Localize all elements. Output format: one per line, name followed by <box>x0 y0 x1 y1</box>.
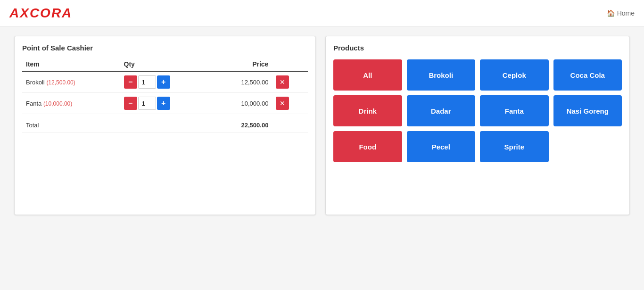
home-label: Home <box>617 9 635 17</box>
products-grid: AllBrokoliCeplokCoca ColaDrinkDadarFanta… <box>333 59 622 162</box>
item-name: Fanta <box>26 100 41 107</box>
product-button[interactable]: Brokoli <box>407 59 476 91</box>
product-button[interactable]: Food <box>333 131 402 162</box>
pos-table: Item Qty Price Brokoli (12,500.00) − + 1 <box>22 58 308 133</box>
remove-button[interactable]: ✕ <box>276 75 289 89</box>
product-button[interactable]: Pecel <box>407 131 476 162</box>
product-button[interactable]: All <box>333 59 402 91</box>
total-value: 22,500.00 <box>212 114 272 133</box>
qty-plus-button[interactable]: + <box>157 97 170 110</box>
pos-card: Point of Sale Cashier Item Qty Price Bro… <box>14 36 316 215</box>
qty-input[interactable] <box>138 97 156 110</box>
item-price-hint: (10,000.00) <box>43 100 72 107</box>
qty-plus-button[interactable]: + <box>157 75 170 89</box>
item-name-cell: Brokoli (12,500.00) <box>22 71 120 93</box>
products-title: Products <box>333 44 622 52</box>
qty-cell: − + <box>120 93 213 114</box>
item-total-cell: 12,500.00 <box>212 71 272 93</box>
product-button[interactable]: Nasi Goreng <box>553 95 622 126</box>
item-total-cell: 10,000.00 <box>212 93 272 114</box>
total-label: Total <box>22 114 120 133</box>
pos-title: Point of Sale Cashier <box>22 44 308 52</box>
qty-minus-button[interactable]: − <box>124 97 137 110</box>
navbar: AXCORA 🏠 Home <box>0 0 644 26</box>
qty-cell: − + <box>120 71 213 93</box>
col-qty: Qty <box>120 58 213 71</box>
remove-button[interactable]: ✕ <box>276 97 289 110</box>
product-button[interactable]: Dadar <box>407 95 476 126</box>
qty-minus-button[interactable]: − <box>124 75 137 89</box>
home-link[interactable]: 🏠 Home <box>607 9 635 17</box>
main-content: Point of Sale Cashier Item Qty Price Bro… <box>0 26 644 224</box>
home-icon: 🏠 <box>607 9 615 17</box>
product-button[interactable]: Sprite <box>480 131 549 162</box>
item-name: Brokoli <box>26 79 45 86</box>
product-button[interactable]: Coca Cola <box>553 59 622 91</box>
item-price-hint: (12,500.00) <box>46 79 75 86</box>
item-name-cell: Fanta (10,000.00) <box>22 93 120 114</box>
brand-logo: AXCORA <box>9 6 72 21</box>
col-price: Price <box>212 58 272 71</box>
product-button[interactable]: Fanta <box>480 95 549 126</box>
products-card: Products AllBrokoliCeplokCoca ColaDrinkD… <box>325 36 630 215</box>
product-button[interactable]: Drink <box>333 95 402 126</box>
col-item: Item <box>22 58 120 71</box>
brand-text: AXCORA <box>9 6 72 20</box>
total-row: Total 22,500.00 <box>22 114 308 133</box>
table-row: Fanta (10,000.00) − + 10,000.00 ✕ <box>22 93 308 114</box>
product-button[interactable]: Ceplok <box>480 59 549 91</box>
remove-cell: ✕ <box>272 93 308 114</box>
qty-input[interactable] <box>138 75 156 89</box>
remove-cell: ✕ <box>272 71 308 93</box>
table-row: Brokoli (12,500.00) − + 12,500.00 ✕ <box>22 71 308 93</box>
